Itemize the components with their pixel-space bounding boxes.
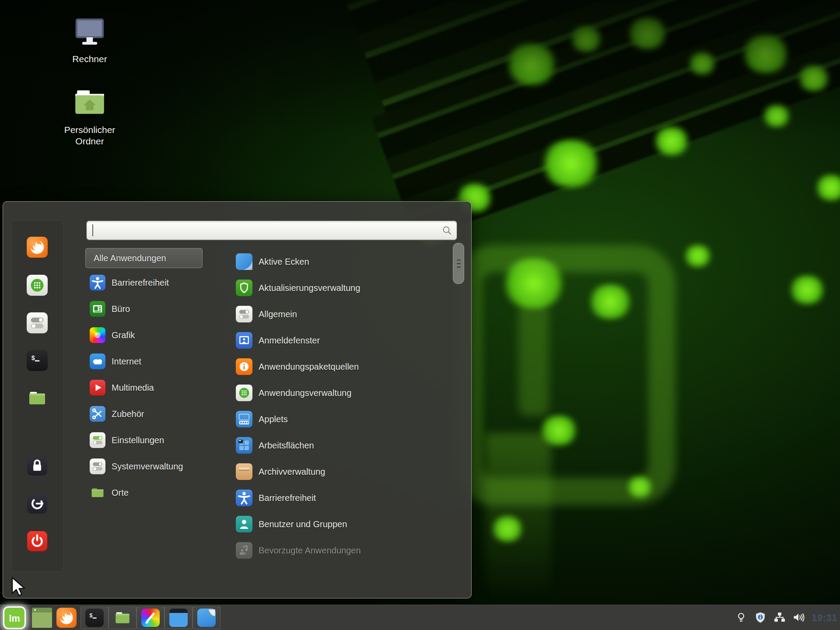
category-grafik[interactable]: Grafik [85,322,221,348]
volume-tray-icon[interactable] [792,611,805,624]
software-sources-icon [236,358,252,375]
category-multimedia[interactable]: Multimedia [85,374,221,401]
application-label: Anwendungsverwaltung [259,388,351,398]
window-button-text-editor[interactable] [192,606,220,629]
window-button-terminal[interactable]: $ [80,606,108,629]
accessories-icon [90,406,105,422]
app-aktive-ecken[interactable]: Aktive Ecken [231,248,463,275]
favorite-files[interactable] [25,386,49,410]
window-button-app-window[interactable] [164,606,192,629]
clock[interactable]: 19:31 [812,612,837,623]
firefox-icon [27,237,48,258]
app-anwendungspaketquellen[interactable]: Anwendungspaketquellen [231,354,463,380]
network-tray-icon[interactable] [773,611,786,624]
favorite-firefox[interactable] [25,235,49,259]
app-bevorzugte-anwendungen[interactable]: Bevorzugte Anwendungen [231,537,463,564]
terminal-icon: $ [27,350,48,371]
app-list-scrollbar[interactable] [453,243,464,284]
logout-button[interactable] [25,491,49,516]
blue-window-icon [169,609,188,627]
update-shield-tray-icon[interactable] [754,611,767,624]
lock-screen-button[interactable] [25,453,49,478]
app-anwendungsverwaltung[interactable]: Anwendungsverwaltung [231,380,463,406]
preferred-apps-icon [236,542,252,559]
application-label: Benutzer und Gruppen [259,519,347,529]
svg-text:lm: lm [9,613,20,624]
mint-menu-icon: lm [3,606,26,629]
category-barrierefreiheit[interactable]: Barrierefreiheit [85,270,221,296]
places-folder-icon [90,485,105,500]
app-barrierefreiheit[interactable]: Barrierefreiheit [231,485,463,511]
desktop-icon-label: Persönlicher Ordner [64,124,116,147]
search-box [86,220,457,240]
window-button-files[interactable] [108,606,136,629]
update-manager-icon [236,280,252,296]
administration-icon [90,458,105,474]
application-label: Barrierefreiheit [259,493,316,503]
software-manager-icon [236,385,252,401]
application-label: Anwendungspaketquellen [259,362,359,372]
app-benutzer-und-gruppen[interactable]: Benutzer und Gruppen [231,511,463,537]
settings-toggles-icon [27,312,48,333]
home-folder-icon [71,84,108,121]
category-label: Grafik [112,330,135,340]
svg-text:$: $ [89,613,92,619]
application-label: Anmeldefenster [259,336,320,346]
app-arbeitsflachen[interactable]: Arbeitsflächen [231,432,463,458]
xed-icon [197,609,216,627]
favorite-software-manager[interactable] [25,273,49,298]
applets-icon [236,411,252,427]
favorite-terminal[interactable]: $ [25,348,49,373]
accessibility-icon [236,490,252,506]
application-label: Applets [259,414,288,424]
category-all-applications[interactable]: Alle Anwendungen [85,248,203,268]
app-archivverwaltung[interactable]: Archivverwaltung [231,458,463,485]
graphics-icon [90,327,105,343]
application-label: Archivverwaltung [259,467,325,477]
launcher-firefox[interactable] [54,606,79,629]
application-label: Aktive Ecken [259,257,309,267]
system-tray: 19:31 [735,605,838,630]
files-folder-icon [113,609,132,627]
category-label: Barrierefreiheit [112,278,169,288]
category-label: Orte [112,488,129,498]
category-zubehor[interactable]: Zubehör [85,401,221,427]
archive-manager-icon [236,463,252,480]
application-list: Aktive EckenAktualisierungsverwaltungAll… [231,248,463,564]
application-label: Arbeitsflächen [259,441,314,451]
category-label: Multimedia [112,383,154,393]
application-label: Aktualisierungsverwaltung [259,283,360,293]
login-window-icon [236,332,252,349]
category-label: Einstellungen [112,435,164,445]
category-list: BarrierefreiheitBüroGrafikInternetMultim… [85,270,221,506]
internet-icon [90,354,105,369]
desktop-icon-home-folder[interactable]: Persönlicher Ordner [48,84,131,147]
accessibility-icon [90,275,105,290]
search-icon [441,225,453,236]
svg-text:$: $ [32,355,35,362]
lightbulb-tray-icon[interactable] [735,611,748,624]
shutdown-button[interactable] [25,529,49,553]
firefox-icon [56,608,77,628]
app-aktualisierungsverwaltung[interactable]: Aktualisierungsverwaltung [231,275,463,301]
category-orte[interactable]: Orte [85,480,221,506]
gimp-icon [141,609,160,627]
category-internet[interactable]: Internet [85,348,221,374]
app-allgemein[interactable]: Allgemein [231,301,463,327]
app-anmeldefenster[interactable]: Anmeldefenster [231,327,463,354]
favorites-column: $ [11,220,63,572]
category-label: Systemverwaltung [112,462,183,472]
category-systemverwaltung[interactable]: Systemverwaltung [85,453,221,480]
desktop-icon-computer[interactable]: Rechner [48,13,131,65]
app-applets[interactable]: Applets [231,406,463,432]
office-icon [90,301,105,317]
users-groups-icon [236,516,252,532]
category-buro[interactable]: Büro [85,296,221,322]
window-button-gimp[interactable] [136,606,164,629]
favorite-system-settings[interactable] [25,311,49,335]
computer-icon [71,13,108,50]
search-input[interactable] [92,223,435,238]
launcher-show-desktop[interactable] [30,606,54,629]
category-einstellungen[interactable]: Einstellungen [85,427,221,453]
menu-button[interactable]: lm [3,606,26,629]
